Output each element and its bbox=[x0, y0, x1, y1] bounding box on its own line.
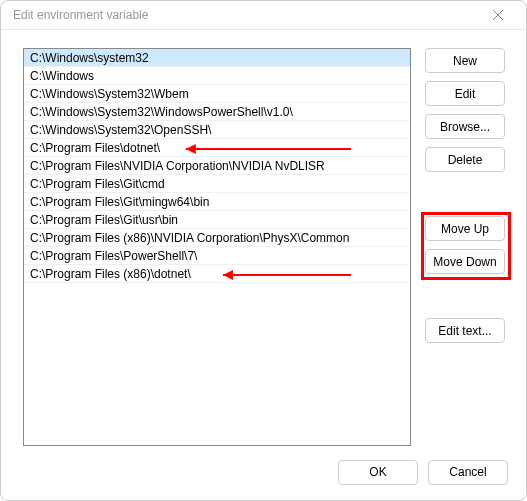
browse-button[interactable]: Browse... bbox=[425, 114, 505, 139]
path-listbox[interactable]: C:\Windows\system32C:\WindowsC:\Windows\… bbox=[23, 48, 411, 446]
list-item[interactable]: C:\Windows bbox=[24, 67, 410, 85]
edit-text-button[interactable]: Edit text... bbox=[425, 318, 505, 343]
list-item[interactable]: C:\Program Files\Git\cmd bbox=[24, 175, 410, 193]
list-item[interactable]: C:\Windows\System32\WindowsPowerShell\v1… bbox=[24, 103, 410, 121]
edit-button[interactable]: Edit bbox=[425, 81, 505, 106]
close-icon bbox=[493, 10, 503, 20]
spacer bbox=[425, 180, 505, 208]
move-up-button[interactable]: Move Up bbox=[425, 216, 505, 241]
list-item[interactable]: C:\Program Files\dotnet\ bbox=[24, 139, 410, 157]
window-title: Edit environment variable bbox=[13, 8, 478, 22]
new-button[interactable]: New bbox=[425, 48, 505, 73]
cancel-button[interactable]: Cancel bbox=[428, 460, 508, 485]
delete-button[interactable]: Delete bbox=[425, 147, 505, 172]
list-item[interactable]: C:\Program Files (x86)\NVIDIA Corporatio… bbox=[24, 229, 410, 247]
list-item[interactable]: C:\Windows\System32\OpenSSH\ bbox=[24, 121, 410, 139]
close-button[interactable] bbox=[478, 1, 518, 29]
list-item[interactable]: C:\Program Files\Git\usr\bin bbox=[24, 211, 410, 229]
list-item[interactable]: C:\Program Files\NVIDIA Corporation\NVID… bbox=[24, 157, 410, 175]
content-area: C:\Windows\system32C:\WindowsC:\Windows\… bbox=[1, 30, 526, 458]
spacer bbox=[425, 282, 505, 310]
list-item[interactable]: C:\Windows\System32\Wbem bbox=[24, 85, 410, 103]
dialog-window: Edit environment variable C:\Windows\sys… bbox=[0, 0, 527, 501]
list-item[interactable]: C:\Windows\system32 bbox=[24, 49, 410, 67]
move-down-button[interactable]: Move Down bbox=[425, 249, 505, 274]
footer: OK Cancel bbox=[1, 458, 526, 500]
ok-button[interactable]: OK bbox=[338, 460, 418, 485]
list-item[interactable]: C:\Program Files\Git\mingw64\bin bbox=[24, 193, 410, 211]
button-column: New Edit Browse... Delete Move Up Move D… bbox=[425, 48, 505, 446]
list-item[interactable]: C:\Program Files (x86)\dotnet\ bbox=[24, 265, 410, 283]
list-item[interactable]: C:\Program Files\PowerShell\7\ bbox=[24, 247, 410, 265]
titlebar: Edit environment variable bbox=[1, 1, 526, 30]
